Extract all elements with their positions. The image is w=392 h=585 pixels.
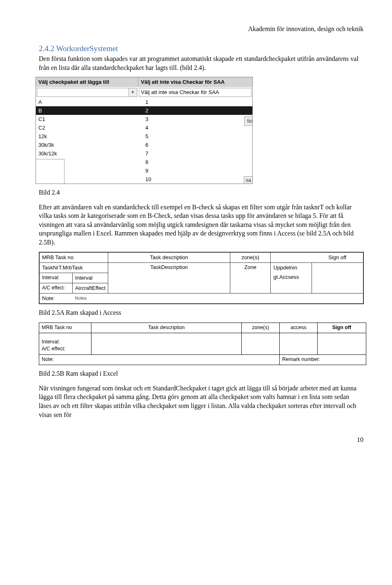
fig24-row[interactable]: 4Y/2Y9: [36, 166, 252, 175]
header-institution: Akademin för innovation, design och tekn…: [39, 25, 363, 34]
fig24-overlay-bottom: sa: [244, 176, 253, 184]
fig24-row[interactable]: 6Y/4Y10: [36, 175, 252, 184]
caption-2-5a: Bild 2.5A Ram skapad i Access: [39, 308, 363, 317]
fig24-row[interactable]: 2Y8: [36, 158, 252, 166]
fig24-cell-name: B: [36, 106, 143, 115]
fig24-combo-left[interactable]: ▼: [37, 88, 137, 97]
fig25a-interval-value: Interval: [73, 273, 108, 283]
fig24-cell-num: 7: [143, 149, 252, 158]
fig24-combo-right[interactable]: Välj att inte visa Checkar för SAA: [139, 88, 252, 97]
fig24-cell-name: 12k: [36, 132, 143, 141]
fig25a-signoff: [312, 262, 363, 293]
fig24-cell-name: C2: [36, 123, 143, 132]
fig24-header-left: Välj checkpaket att lägga till: [36, 77, 138, 87]
caption-2-5b: Bild 2.5B Ram skapad i Excel: [39, 369, 363, 378]
fig25b-h3: zone(s): [242, 323, 280, 333]
fig24-row[interactable]: B2: [36, 106, 252, 115]
fig24-cell-num: 4: [143, 123, 252, 132]
fig25b-aceffect-label: A/C effect:: [42, 345, 89, 352]
fig25b-remark-label: Remark number:: [280, 355, 366, 365]
fig25a-h3: zone(s): [230, 252, 271, 262]
figure-2-5b: MRB Task no Task description zone(s) acc…: [39, 323, 366, 365]
fig25b-h5: Sign off: [318, 323, 366, 333]
fig25b-h4: access: [280, 323, 318, 333]
fig25a-h-blank: [271, 252, 312, 262]
fig24-cell-num: 2: [143, 106, 252, 115]
fig24-row[interactable]: 30k/12k7: [36, 149, 252, 158]
fig25a-aceffect-label: A/C effect:: [40, 283, 73, 293]
fig25a-zone: Zone: [230, 262, 271, 293]
fig24-overlay-top: tio: [244, 117, 253, 126]
fig24-cell-name: 30k/12k: [36, 149, 143, 158]
figure-2-5a: MRB Task no Task description zone(s) Sig…: [39, 252, 364, 304]
fig24-cell-num: 9: [143, 166, 252, 175]
fig24-cell-num: 8: [143, 158, 252, 166]
figure-2-4: Välj checkpaket att lägga till Välj att …: [36, 77, 253, 184]
fig24-cell-num: 10: [143, 175, 252, 184]
chevron-down-icon: ▼: [128, 88, 137, 96]
fig25a-h1: MRB Task no: [40, 252, 108, 262]
fig24-list[interactable]: A1B2C13C2412k530k/3k630k/12k72Y84Y/2Y96Y…: [36, 98, 252, 184]
fig24-cutout: [36, 159, 65, 184]
fig24-cell-num: 3: [143, 115, 252, 123]
fig25b-interval-label: Interval:: [42, 338, 89, 345]
fig24-row[interactable]: A1: [36, 98, 252, 106]
fig24-cell-num: 5: [143, 132, 252, 141]
fig24-cell-num: 6: [143, 141, 252, 149]
fig24-row[interactable]: 30k/3k6: [36, 141, 252, 149]
fig25a-interval-label: Interval:: [40, 273, 73, 283]
fig25a-note-label: Note:: [40, 293, 73, 303]
fig25b-h2: Task description: [91, 323, 242, 333]
fig25a-tasknr: TaskNrT.MrbTask: [40, 262, 108, 273]
paragraph-1: Den första funktion som skapades var att…: [39, 54, 363, 72]
fig24-cell-name: C1: [36, 115, 143, 123]
fig24-row[interactable]: C24: [36, 123, 252, 132]
fig25a-upp1: Uppdelnin: [271, 262, 312, 273]
caption-2-4: Bild 2.4: [39, 188, 363, 197]
fig25a-h2: Task description: [108, 252, 230, 262]
paragraph-2: Efter att användaren valt en standardche…: [39, 203, 363, 247]
fig24-row[interactable]: C13: [36, 115, 252, 123]
fig24-cell-num: 1: [143, 98, 252, 106]
fig24-header-right-1: Välj att inte visa Checkar för SAA: [141, 78, 250, 86]
fig25a-taskdesc: TaskDescription: [108, 262, 230, 293]
fig25b-note-label: Note:: [39, 355, 280, 365]
fig25a-upp2: gt.Accsess: [271, 273, 312, 293]
section-heading: 2.4.2 WorkorderSystemet: [39, 43, 363, 54]
fig25b-h1: MRB Task no: [39, 323, 91, 333]
fig24-row[interactable]: 12k5: [36, 132, 252, 141]
fig25a-aceffect-value: AircraftEffect: [73, 283, 108, 293]
page-number: 10: [39, 435, 363, 444]
fig25a-h4: Sign off: [312, 252, 363, 262]
fig24-cell-name: A: [36, 98, 143, 106]
fig24-cell-name: 30k/3k: [36, 141, 143, 149]
fig24-combo-right-text: Välj att inte visa Checkar för SAA: [139, 89, 219, 96]
paragraph-3: När visningen fungerad som önskat och et…: [39, 384, 363, 419]
fig25a-note-value: Notes: [73, 293, 363, 303]
